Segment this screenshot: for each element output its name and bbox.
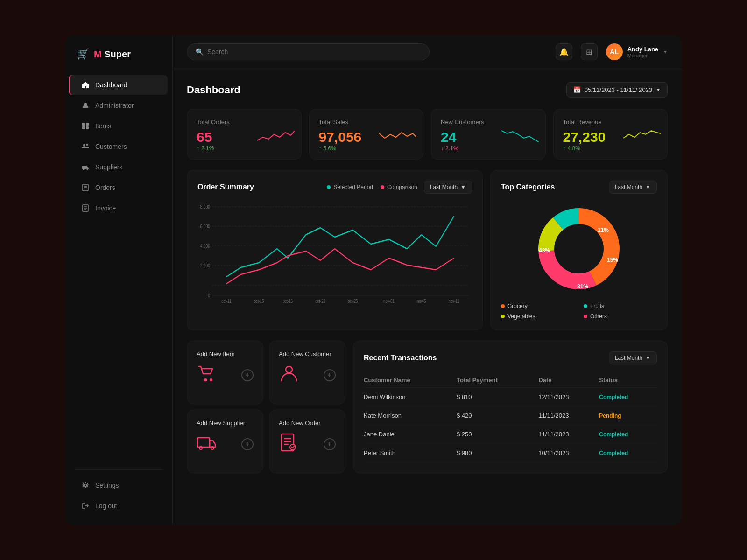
col-date: Date [538, 373, 599, 388]
svg-text:nov-01: nov-01 [383, 299, 395, 304]
truck-icon [197, 432, 217, 456]
legend-dot-selected [327, 185, 331, 189]
add-order-label: Add New Order [279, 420, 336, 427]
cell-customer: Peter Smith [364, 444, 457, 462]
categories-period-button[interactable]: Last Month ▼ [609, 181, 657, 194]
svg-rect-1 [82, 123, 85, 126]
sparkline-revenue [623, 124, 661, 145]
sidebar-item-logout[interactable]: Log out [70, 496, 168, 516]
sidebar-item-administrator[interactable]: Administrator [70, 96, 168, 115]
svg-point-48 [204, 379, 206, 381]
arrow-up-icon: ↑ [319, 145, 322, 152]
svg-text:nov-5: nov-5 [417, 299, 426, 304]
sidebar-item-label: Invoice [95, 204, 116, 212]
add-supplier-card[interactable]: Add New Supplier + [187, 410, 263, 473]
svg-point-5 [83, 144, 85, 147]
sidebar-item-invoice[interactable]: Invoice [70, 198, 168, 218]
add-supplier-plus-button[interactable]: + [241, 438, 254, 450]
user-name: Andy Lane [627, 46, 658, 53]
period-label: Last Month [430, 184, 458, 190]
svg-point-43 [555, 224, 603, 273]
fruits-dot [584, 304, 587, 308]
stats-grid: Total Orders 65 ↑ 2.1% [187, 109, 668, 160]
transactions-card: Recent Transactions Last Month ▼ Custome… [353, 341, 668, 473]
col-payment: Total Payment [457, 373, 538, 388]
add-customer-card[interactable]: Add New Customer + [269, 341, 345, 404]
cell-date: 11/11/2023 [538, 425, 599, 444]
cell-date: 10/11/2023 [538, 444, 599, 462]
donut-container: 43% 11% 15% 31% Grocery [501, 202, 657, 320]
orders-icon [81, 183, 90, 192]
donut-chart: 43% 11% 15% 31% [532, 202, 626, 295]
search-input[interactable] [207, 48, 421, 56]
add-customer-plus-button[interactable]: + [324, 369, 336, 381]
svg-point-49 [210, 379, 212, 381]
sidebar-item-customers[interactable]: Customers [70, 137, 168, 156]
user-role: Manager [627, 53, 658, 58]
sidebar-item-label: Settings [95, 482, 119, 489]
logo: 🛒 M Super [65, 48, 172, 75]
sidebar-item-orders[interactable]: Orders [70, 178, 168, 197]
cell-status: Completed [599, 444, 657, 462]
chevron-down-icon: ▼ [645, 184, 651, 190]
add-item-label: Add New Item [197, 350, 254, 357]
donut-svg: 43% 11% 15% 31% [532, 202, 626, 295]
action-icon-row: + [197, 432, 254, 456]
sidebar-item-dashboard[interactable]: Dashboard [69, 75, 168, 95]
stat-value: 65 [197, 129, 214, 145]
donut-label-vegetables: Vegetables [501, 313, 574, 320]
invoice-icon [81, 204, 90, 212]
sidebar-item-settings[interactable]: Settings [70, 476, 168, 495]
admin-icon [81, 101, 90, 110]
apps-button[interactable]: ⊞ [581, 43, 598, 60]
logo-text: M Super [94, 49, 131, 60]
chart-legend: Selected Period Comparison [327, 184, 417, 190]
search-bar[interactable]: 🔍 [187, 43, 430, 60]
svg-text:8,000: 8,000 [200, 204, 211, 210]
cell-customer: Demi Wilkinson [364, 388, 457, 406]
stat-change-value: 5.6% [324, 145, 336, 152]
svg-text:4,000: 4,000 [200, 243, 211, 249]
chart-header: Order Summary Selected Period Comparison [197, 181, 472, 194]
stat-value: 24 [441, 129, 458, 145]
stat-card-orders: Total Orders 65 ↑ 2.1% [187, 109, 302, 160]
nav-divider [75, 469, 163, 470]
order-summary-period-button[interactable]: Last Month ▼ [424, 181, 472, 194]
chevron-down-icon: ▼ [663, 49, 668, 55]
stat-change: ↑ 5.6% [319, 145, 362, 152]
transactions-title: Recent Transactions [364, 354, 437, 362]
sidebar-item-label: Administrator [95, 102, 134, 109]
add-order-plus-button[interactable]: + [324, 438, 336, 450]
sidebar-item-label: Dashboard [95, 81, 127, 89]
add-order-card[interactable]: Add New Order [269, 410, 345, 473]
status-badge: Completed [599, 394, 628, 400]
user-info[interactable]: AL Andy Lane Manager ▼ [606, 43, 668, 60]
sidebar-item-suppliers[interactable]: Suppliers [70, 157, 168, 177]
date-range-button[interactable]: 📅 05/11/2023 - 11/11/ 2023 ▼ [566, 82, 668, 98]
customers-icon [81, 142, 90, 151]
chevron-down-icon: ▼ [656, 87, 661, 92]
stat-value: 97,056 [319, 129, 362, 145]
svg-text:0: 0 [208, 293, 210, 298]
svg-rect-7 [82, 166, 87, 169]
transactions-period-button[interactable]: Last Month ▼ [609, 351, 657, 364]
sparkline-orders [257, 124, 295, 145]
add-customer-label: Add New Customer [279, 350, 336, 357]
add-item-card[interactable]: Add New Item + [187, 341, 263, 404]
status-badge: Completed [599, 431, 628, 438]
donut-label-grocery: Grocery [501, 303, 574, 309]
notifications-button[interactable]: 🔔 [556, 43, 572, 60]
order-summary-card: Order Summary Selected Period Comparison [187, 170, 483, 330]
stat-change-value: 2.1% [445, 145, 458, 152]
logo-icon: 🛒 [77, 48, 89, 60]
table-row: Demi Wilkinson $ 810 12/11/2023 Complete… [364, 388, 657, 406]
svg-point-18 [85, 484, 87, 487]
svg-rect-3 [82, 126, 85, 129]
add-item-plus-button[interactable]: + [241, 369, 254, 381]
sidebar-item-items[interactable]: Items [70, 116, 168, 136]
sidebar-item-label: Orders [95, 184, 115, 191]
action-icon-row: + [279, 363, 336, 387]
svg-text:31%: 31% [577, 283, 588, 290]
donut-label-others: Others [584, 313, 657, 320]
sidebar-item-label: Log out [95, 502, 117, 510]
